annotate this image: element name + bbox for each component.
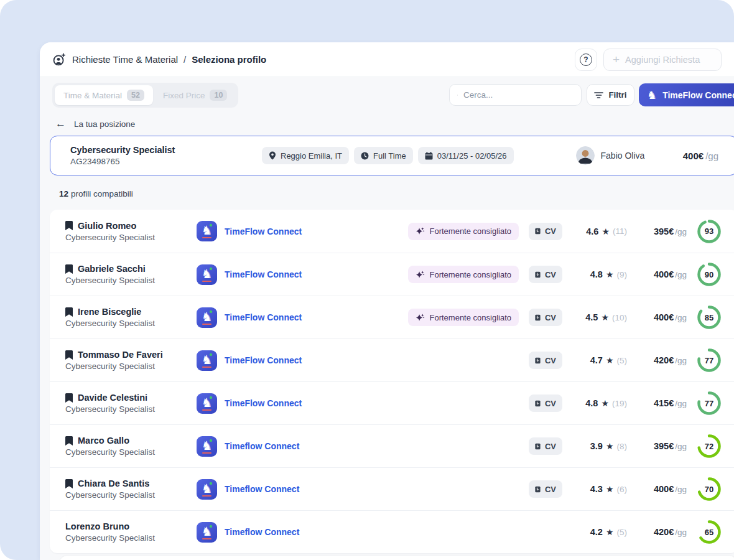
back-link[interactable]: ← La tua posizione [55, 118, 135, 130]
profile-row[interactable]: Gabriele Sacchi Cybersecurity Specialist… [50, 253, 734, 296]
timeflow-logo-icon: ♞ [197, 393, 217, 414]
cv-button[interactable]: CV [529, 309, 562, 326]
panel-header: Richieste Time & Material / Seleziona pr… [40, 42, 734, 77]
profile-price: 420€/gg [637, 527, 687, 537]
profile-row[interactable]: Marco Gallo Cybersecurity Specialist ♞ T… [50, 424, 734, 467]
profile-row[interactable]: Davide Celestini Cybersecurity Specialis… [50, 381, 734, 424]
source-link[interactable]: Timeflow Connect [225, 441, 299, 451]
rating-count: (9) [617, 270, 628, 279]
price-unit: /gg [675, 399, 687, 408]
score-value: 85 [697, 305, 722, 330]
score-value: 77 [697, 348, 722, 373]
timeflow-logo-icon: ♞ [197, 479, 217, 500]
score-value: 77 [697, 391, 722, 416]
search-box[interactable] [449, 84, 582, 106]
location-text: Reggio Emilia, IT [281, 151, 342, 161]
breadcrumb-root[interactable]: Richieste Time & Material [72, 54, 178, 65]
timeflow-connect-button[interactable]: ♞ TimeFlow Connect [639, 83, 734, 106]
location-pin-icon [269, 151, 276, 160]
profile-role: Cybersecurity Specialist [65, 233, 197, 242]
bookmark-icon[interactable] [65, 264, 73, 274]
search-input[interactable] [463, 90, 574, 100]
profile-row[interactable]: Irene Bisceglie Cybersecurity Specialist… [50, 296, 734, 338]
star-icon: ★ [606, 527, 614, 537]
position-card[interactable]: Cybersecurity Specialist AG23498765 Regg… [50, 136, 734, 175]
source-link[interactable]: TimeFlow Connect [225, 226, 302, 236]
cv-button[interactable]: CV [529, 394, 562, 412]
rating-value: 4.6 [586, 226, 598, 236]
next-card-peek [59, 556, 734, 560]
cv-document-icon [535, 226, 541, 236]
bookmark-icon[interactable] [65, 393, 73, 403]
cv-button[interactable]: CV [529, 223, 562, 240]
profile-price: 395€/gg [637, 441, 687, 451]
sparkle-icon [416, 270, 425, 279]
rating-value: 4.2 [590, 527, 603, 537]
rating-count: (8) [617, 442, 628, 451]
profile-row[interactable]: Lorenzo Bruno Cybersecurity Specialist ♞… [50, 510, 734, 553]
bookmark-icon[interactable] [65, 221, 73, 230]
score-ring: 90 [697, 262, 722, 287]
cv-button[interactable]: CV [529, 352, 562, 369]
profile-row[interactable]: Tommaso De Faveri Cybersecurity Speciali… [50, 338, 734, 381]
bookmark-icon[interactable] [65, 436, 73, 446]
source-link[interactable]: TimeFlow Connect [225, 312, 302, 322]
recommended-label: Fortemente consigliato [429, 313, 511, 322]
price-value: 415€ [654, 398, 674, 408]
price-value: 400€ [654, 269, 674, 279]
profile-row[interactable]: Chiara De Santis Cybersecurity Specialis… [50, 467, 734, 510]
profile-name: Tommaso De Faveri [78, 350, 163, 360]
score-value: 90 [697, 262, 722, 287]
source-link[interactable]: Timeflow Connect [225, 484, 299, 494]
cv-button[interactable]: CV [529, 437, 562, 455]
breadcrumb-current: Seleziona profilo [192, 54, 266, 65]
cv-button[interactable]: CV [529, 480, 562, 498]
price-value: 420€ [654, 355, 674, 365]
recommended-label: Fortemente consigliato [429, 270, 511, 279]
plus-icon: + [613, 54, 620, 65]
bookmark-icon[interactable] [65, 350, 73, 360]
star-icon: ★ [602, 226, 610, 236]
contract-badge: Full Time [354, 147, 413, 164]
price-unit: /gg [675, 313, 687, 322]
recommended-badge: Fortemente consigliato [408, 223, 519, 240]
clock-icon [361, 152, 369, 160]
position-code: AG23498765 [70, 157, 262, 166]
tab-count-badge: 10 [210, 90, 227, 101]
timeflow-logo-icon: ♞ [197, 264, 217, 285]
recommended-badge: Fortemente consigliato [408, 309, 519, 326]
tab-label: Time & Material [63, 91, 122, 100]
source-link[interactable]: TimeFlow Connect [225, 269, 302, 279]
rating: 4.6 ★ (11) [572, 226, 627, 236]
cv-label: CV [545, 356, 556, 365]
star-icon: ★ [601, 398, 609, 408]
source-link[interactable]: TimeFlow Connect [225, 398, 302, 408]
star-icon: ★ [606, 355, 614, 365]
position-price: 400€/gg [683, 151, 718, 161]
cv-button[interactable]: CV [529, 266, 562, 283]
profile-row[interactable]: Giulio Romeo Cybersecurity Specialist ♞ … [50, 210, 734, 253]
recommended-label: Fortemente consigliato [429, 226, 511, 236]
score-value: 72 [697, 434, 722, 459]
star-icon: ★ [606, 484, 614, 494]
timeflow-logo-icon: ♞ [197, 522, 217, 543]
tab-time-material[interactable]: Time & Material 52 [55, 85, 153, 105]
bookmark-icon[interactable] [65, 479, 73, 488]
dates-badge: 03/11/25 - 02/05/26 [418, 147, 514, 164]
filters-button[interactable]: Filtri [587, 84, 634, 106]
price-unit: /gg [675, 356, 687, 365]
profile-price: 420€/gg [637, 355, 687, 365]
bookmark-icon[interactable] [65, 307, 73, 317]
price-value: 395€ [654, 226, 674, 236]
help-button[interactable]: ? [575, 49, 597, 71]
source-link[interactable]: Timeflow Connect [225, 527, 299, 537]
price-unit: /gg [675, 485, 687, 494]
requests-icon [52, 53, 66, 67]
profile-role: Cybersecurity Specialist [65, 490, 197, 500]
profile-role: Cybersecurity Specialist [65, 533, 197, 543]
source-link[interactable]: TimeFlow Connect [225, 355, 302, 365]
profile-role: Cybersecurity Specialist [65, 362, 197, 371]
tab-fixed-price[interactable]: Fixed Price 10 [154, 85, 236, 105]
add-request-button[interactable]: + Aggiungi Richiesta [603, 49, 722, 71]
rating-count: (5) [617, 356, 628, 365]
